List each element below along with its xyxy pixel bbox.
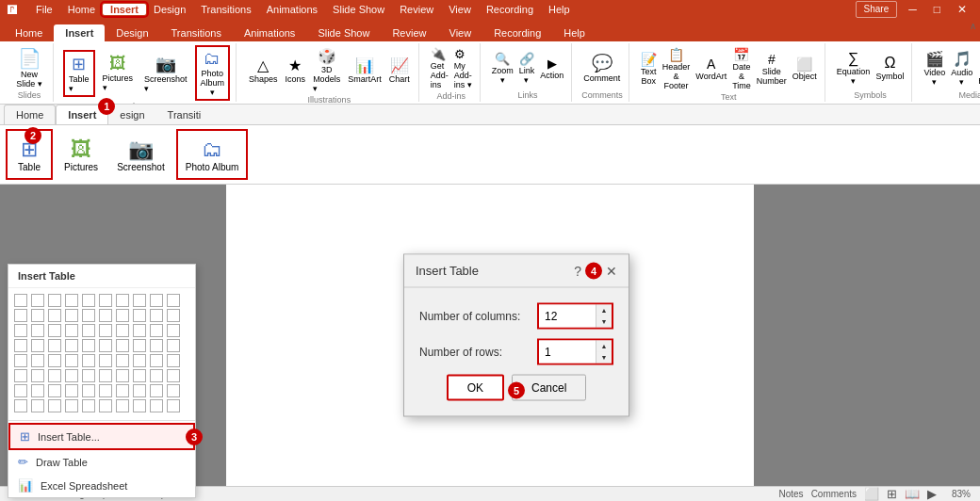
table-grid-cell[interactable] bbox=[48, 399, 61, 412]
columns-decrement[interactable]: ▼ bbox=[596, 315, 612, 327]
table-grid-cell[interactable] bbox=[31, 369, 44, 382]
table-grid-cell[interactable] bbox=[133, 369, 146, 382]
menu-review[interactable]: Review bbox=[392, 4, 441, 15]
chart-button[interactable]: 📈Chart bbox=[386, 55, 413, 86]
table-grid-cell[interactable] bbox=[133, 354, 146, 367]
table-grid-cell[interactable] bbox=[116, 354, 129, 367]
view-slide-icon[interactable]: ▶ bbox=[927, 487, 937, 501]
table-grid-cell[interactable] bbox=[116, 339, 129, 352]
table-grid-cell[interactable] bbox=[167, 309, 180, 322]
ribbon-collapse-button[interactable]: ∧ bbox=[970, 21, 976, 31]
view-normal-icon[interactable]: ⬜ bbox=[864, 487, 879, 501]
table-grid-cell[interactable] bbox=[14, 399, 27, 412]
table-grid-cell[interactable] bbox=[82, 384, 95, 397]
table-grid-cell[interactable] bbox=[99, 309, 112, 322]
rows-input[interactable] bbox=[539, 340, 596, 363]
menu-recording[interactable]: Recording bbox=[479, 4, 541, 15]
table-grid-cell[interactable] bbox=[65, 309, 78, 322]
shapes-button[interactable]: △Shapes bbox=[246, 55, 281, 86]
table-grid-cell[interactable] bbox=[99, 339, 112, 352]
table-grid-cell[interactable] bbox=[99, 399, 112, 412]
table-grid-cell[interactable] bbox=[116, 384, 129, 397]
table-grid-cell[interactable] bbox=[150, 399, 163, 412]
columns-input[interactable] bbox=[539, 304, 596, 327]
table-grid-cell[interactable] bbox=[48, 384, 61, 397]
menu-transitions[interactable]: Transitions bbox=[193, 4, 258, 15]
tab-insert[interactable]: Insert bbox=[54, 24, 105, 41]
sub-tab-home[interactable]: Home bbox=[4, 105, 56, 124]
draw-table-item[interactable]: ✏ Draw Table bbox=[8, 450, 195, 474]
table-grid-cell[interactable] bbox=[31, 339, 44, 352]
rows-spinner[interactable]: ▲ ▼ bbox=[596, 340, 612, 363]
table-grid-cell[interactable] bbox=[116, 294, 129, 307]
new-slide-button[interactable]: 📄 New Slide ▾ bbox=[11, 45, 47, 90]
table-grid-cell[interactable] bbox=[116, 369, 129, 382]
table-grid-cell[interactable] bbox=[116, 399, 129, 412]
columns-increment[interactable]: ▲ bbox=[596, 304, 612, 315]
table-grid-cell[interactable] bbox=[65, 339, 78, 352]
minimize-icon[interactable]: ─ bbox=[903, 1, 923, 18]
equation-button[interactable]: ∑Equation ▾ bbox=[835, 48, 873, 88]
icons-button[interactable]: ★Icons bbox=[283, 55, 309, 86]
table-grid-cell[interactable] bbox=[167, 354, 180, 367]
get-addins-button[interactable]: 🔌Get Add-ins bbox=[429, 45, 450, 91]
table-grid-cell[interactable] bbox=[99, 294, 112, 307]
table-grid-cell[interactable] bbox=[82, 309, 95, 322]
table-grid-cell[interactable] bbox=[133, 339, 146, 352]
menu-insert[interactable]: Insert bbox=[103, 4, 146, 15]
menu-design[interactable]: Design bbox=[146, 4, 193, 15]
table-grid-cell[interactable] bbox=[150, 294, 163, 307]
table-grid-cell[interactable] bbox=[133, 399, 146, 412]
table-grid-cell[interactable] bbox=[167, 384, 180, 397]
table-grid-cell[interactable] bbox=[167, 399, 180, 412]
table-grid-cell[interactable] bbox=[99, 354, 112, 367]
table-grid-cell[interactable] bbox=[65, 399, 78, 412]
close-icon[interactable]: ✕ bbox=[952, 1, 972, 18]
table-grid-cell[interactable] bbox=[116, 309, 129, 322]
smartart-button[interactable]: 📊SmartArt bbox=[345, 55, 384, 86]
sub-photo-album-button[interactable]: 🗂 Photo Album bbox=[176, 129, 249, 179]
columns-spinner[interactable]: ▲ ▼ bbox=[596, 304, 612, 327]
rows-input-group[interactable]: ▲ ▼ bbox=[537, 338, 613, 364]
table-grid-cell[interactable] bbox=[167, 369, 180, 382]
menu-help[interactable]: Help bbox=[541, 4, 578, 15]
datetime-button[interactable]: 📅Date &Time bbox=[730, 45, 753, 92]
table-grid-cell[interactable] bbox=[14, 309, 27, 322]
table-grid-cell[interactable] bbox=[150, 354, 163, 367]
table-grid-cell[interactable] bbox=[82, 354, 95, 367]
tab-slideshow[interactable]: Slide Show bbox=[306, 24, 381, 41]
tab-view[interactable]: View bbox=[438, 24, 483, 41]
table-grid-cell[interactable] bbox=[150, 324, 163, 337]
table-grid-cell[interactable] bbox=[133, 324, 146, 337]
view-grid-icon[interactable]: ⊞ bbox=[887, 487, 897, 501]
screenshot-button[interactable]: 📷 Screenshot ▾ bbox=[140, 52, 191, 95]
table-grid[interactable] bbox=[8, 288, 195, 418]
table-grid-cell[interactable] bbox=[65, 354, 78, 367]
3d-models-button[interactable]: 🎲3DModels ▾ bbox=[310, 45, 343, 95]
table-grid-cell[interactable] bbox=[65, 324, 78, 337]
tab-recording[interactable]: Recording bbox=[482, 24, 552, 41]
table-grid-cell[interactable] bbox=[31, 294, 44, 307]
menu-animations[interactable]: Animations bbox=[259, 4, 325, 15]
dialog-close-icon[interactable]: ✕ bbox=[606, 263, 617, 278]
table-grid-cell[interactable] bbox=[65, 384, 78, 397]
symbol-button[interactable]: ΩSymbol bbox=[874, 53, 906, 83]
table-grid-cell[interactable] bbox=[14, 384, 27, 397]
table-grid-cell[interactable] bbox=[48, 294, 61, 307]
table-grid-cell[interactable] bbox=[48, 354, 61, 367]
table-button[interactable]: ⊞ Table ▾ bbox=[63, 50, 95, 97]
table-grid-cell[interactable] bbox=[133, 309, 146, 322]
dialog-question-icon[interactable]: ? bbox=[574, 263, 581, 278]
action-button[interactable]: ▶Action bbox=[538, 55, 565, 82]
header-footer-button[interactable]: 📋Header& Footer bbox=[661, 45, 693, 92]
share-button[interactable]: Share bbox=[856, 1, 898, 18]
menu-file[interactable]: File bbox=[28, 4, 60, 15]
link-button[interactable]: 🔗Link ▾ bbox=[517, 50, 537, 87]
rows-decrement[interactable]: ▼ bbox=[596, 351, 612, 363]
menu-view[interactable]: View bbox=[441, 4, 479, 15]
table-grid-cell[interactable] bbox=[31, 324, 44, 337]
object-button[interactable]: ⬜Object bbox=[791, 55, 819, 83]
screen-recording-button[interactable]: ⏺ScreenRecording bbox=[976, 48, 980, 88]
table-grid-cell[interactable] bbox=[150, 369, 163, 382]
table-grid-cell[interactable] bbox=[31, 309, 44, 322]
